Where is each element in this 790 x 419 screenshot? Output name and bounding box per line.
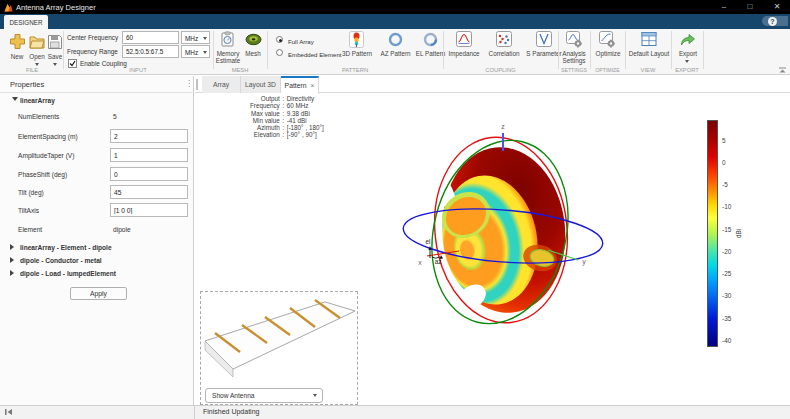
impedance-button[interactable]: Impedance — [446, 50, 482, 57]
y-axis-label: y — [582, 258, 586, 266]
z-axis-label: z — [501, 123, 505, 130]
embedded-element-radio[interactable] — [276, 49, 283, 56]
properties-panel — [0, 76, 194, 405]
frequency-range-input[interactable] — [122, 45, 179, 58]
correlation-icon[interactable] — [496, 31, 512, 47]
numelements-value: 5 — [113, 113, 117, 120]
collapse-ribbon-icon[interactable] — [778, 67, 787, 73]
x-axis-label: x — [418, 259, 422, 266]
el-axis-label: el — [426, 238, 431, 245]
properties-menu-icon[interactable]: ⋮ — [185, 79, 193, 88]
status-bar — [0, 405, 790, 419]
unit-caret — [203, 37, 207, 42]
analysis-settings-button[interactable]: Analysis — [559, 50, 589, 57]
tab-designer[interactable]: DESIGNER — [4, 15, 48, 29]
subtree-element[interactable]: linearArray - Element - dipole — [10, 244, 112, 251]
save-icon[interactable] — [47, 34, 63, 50]
section-label-coupling: COUPLING — [443, 67, 558, 73]
embedded-element-label[interactable]: Embedded Element — [288, 51, 342, 58]
open-button[interactable]: Open — [27, 53, 47, 60]
collapse-panel-icon[interactable] — [4, 408, 13, 416]
analysis-settings-icon[interactable] — [566, 31, 583, 48]
phaseshift-input[interactable] — [110, 167, 188, 181]
export-icon[interactable] — [680, 32, 696, 47]
section-label-settings: SETTINGS — [558, 67, 590, 73]
tab-pattern[interactable]: Pattern × — [281, 76, 319, 94]
element-value: dipole — [113, 226, 131, 233]
radiation-pattern-plot[interactable]: z x y el az — [360, 95, 620, 385]
center-frequency-unit-select[interactable]: MHz — [181, 31, 210, 44]
tab-close-icon[interactable]: × — [310, 82, 314, 89]
close-button[interactable]: ✕ — [771, 2, 783, 12]
center-frequency-label: Center Frequency — [67, 34, 118, 41]
show-antenna-value: Show Antenna — [212, 392, 255, 399]
minimize-button[interactable]: – — [718, 2, 730, 12]
ribbon-tab-strip — [0, 14, 790, 29]
section-label-optimize: OPTIMIZE — [590, 67, 625, 73]
section-label-mesh: MESH — [213, 67, 267, 73]
tab-layout3d[interactable]: Layout 3D — [241, 76, 281, 93]
antenna-array-designer-window: Antenna Array Designer – □ ✕ DESIGNER ? … — [0, 0, 790, 419]
section-label-pattern: PATTERN — [267, 67, 443, 73]
open-icon[interactable] — [29, 34, 46, 50]
save-button[interactable]: Save — [45, 53, 65, 60]
new-icon[interactable] — [9, 33, 26, 50]
mesh-button[interactable]: Mesh — [242, 50, 264, 57]
help-icon[interactable]: ? — [768, 17, 777, 26]
correlation-button[interactable]: Correlation — [485, 50, 523, 57]
section-label-input: INPUT — [63, 67, 213, 73]
enable-coupling-label: Enable Coupling — [80, 60, 127, 67]
antenna-preview[interactable] — [200, 291, 358, 386]
subtree-conductor[interactable]: dipole - Conductor - metal — [10, 257, 102, 264]
colorbar — [707, 120, 718, 347]
amplitudetaper-input[interactable] — [110, 148, 188, 162]
center-frequency-input[interactable] — [122, 31, 179, 44]
section-label-file: FILE — [10, 67, 54, 73]
s-parameter-icon[interactable] — [536, 31, 552, 47]
status-text: Finished Updating — [203, 408, 259, 415]
element-label: Element — [18, 226, 42, 233]
export-dropdown-caret[interactable] — [685, 60, 689, 65]
maximize-button[interactable]: □ — [744, 2, 756, 12]
elementspacing-input[interactable] — [110, 129, 188, 143]
show-antenna-caret — [313, 394, 317, 399]
section-label-export: EXPORT — [671, 67, 703, 73]
amplitudetaper-label: AmplitudeTaper (V) — [18, 152, 74, 159]
az-axis-label: az — [435, 258, 442, 265]
full-array-label[interactable]: Full Array — [288, 38, 314, 45]
el-pattern-icon[interactable] — [423, 32, 438, 47]
tab-array[interactable]: Array — [202, 76, 241, 93]
properties-title: Properties — [10, 80, 44, 89]
panel-splitter-grip[interactable] — [196, 79, 198, 90]
full-array-radio[interactable] — [276, 36, 283, 43]
optimize-button[interactable]: Optimize — [592, 50, 624, 57]
window-title: Antenna Array Designer — [16, 3, 96, 12]
numelements-label: NumElements — [18, 113, 59, 120]
memory-estimate-icon[interactable] — [219, 31, 236, 48]
default-layout-icon[interactable] — [641, 31, 657, 47]
frequency-range-label: Frequency Range — [67, 48, 118, 55]
apply-button[interactable]: Apply — [70, 287, 127, 300]
az-pattern-button[interactable]: AZ Pattern — [378, 50, 413, 57]
default-layout-button[interactable]: Default Layout — [626, 50, 672, 57]
tilt-input[interactable] — [110, 185, 188, 199]
tiltaxis-input[interactable] — [110, 203, 188, 217]
section-label-view: VIEW — [625, 67, 671, 73]
impedance-icon[interactable] — [456, 31, 472, 47]
new-button[interactable]: New — [7, 53, 27, 60]
optimize-icon[interactable] — [599, 31, 616, 48]
tilt-label: Tilt (deg) — [18, 189, 44, 196]
linear-array-group[interactable]: linearArray — [12, 96, 55, 104]
colorbar-tick: 5 — [722, 137, 726, 144]
phaseshift-label: PhaseShift (deg) — [18, 171, 67, 178]
elementspacing-label: ElementSpacing (m) — [18, 133, 78, 140]
mesh-icon[interactable] — [245, 32, 262, 47]
app-icon — [4, 3, 13, 12]
az-pattern-icon[interactable] — [388, 32, 403, 47]
3d-pattern-icon[interactable] — [349, 31, 364, 48]
export-button[interactable]: Export — [673, 50, 703, 57]
subtree-load[interactable]: dipole - Load - lumpedElement — [10, 270, 116, 277]
tiltaxis-label: TiltAxis — [18, 207, 39, 214]
3d-pattern-button[interactable]: 3D Pattern — [340, 50, 374, 57]
title-bar: Antenna Array Designer – □ ✕ — [0, 0, 790, 14]
